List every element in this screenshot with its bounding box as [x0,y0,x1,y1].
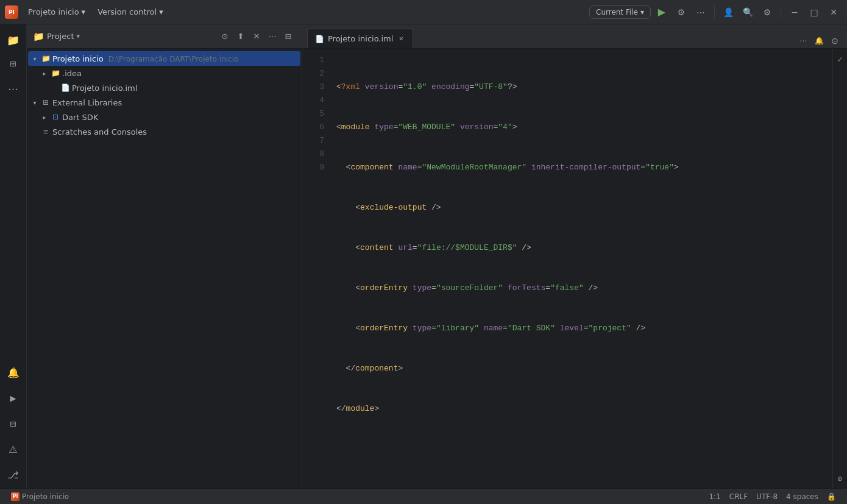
code-line-1: <?xml version="1.0" encoding="UTF-8"?> [336,80,832,94]
tab-close-button[interactable]: ✕ [397,35,405,43]
external-libraries-icon: ⊞ [41,98,51,107]
sidebar-title: 📁 Project ▾ [33,31,214,42]
chevron-external [30,98,39,107]
sidebar-close-button[interactable]: ✕ [249,29,264,44]
code-editor: 1 2 3 4 5 6 7 8 9 <?xml version="1.0" en… [302,49,847,488]
right-gutter: ✓ ⊙ [832,49,847,488]
rail-run-console-button[interactable]: ▶ [2,387,24,409]
chevron-dart-sdk [40,113,49,121]
sidebar-settings-button[interactable]: ⋯ [265,29,280,44]
code-line-9: </module> [336,402,832,416]
editor-settings-button[interactable]: ⋯ [796,34,810,48]
search-button[interactable]: 🔍 [739,4,756,21]
status-bar: PI Projeto inicio 1:1 CRLF UTF-8 4 space… [0,488,847,504]
toolbar-logo: PI [5,5,18,19]
maximize-button[interactable]: □ [806,4,823,21]
close-button[interactable]: ✕ [825,4,842,21]
left-rail: 📁 ⊞ … 🔔 ▶ ⊟ ⚠ ⎇ [0,24,27,488]
line-numbers: 1 2 3 4 5 6 7 8 9 [302,49,331,488]
tab-file-icon: 📄 [315,35,324,43]
rail-structure-button[interactable]: ⊞ [2,52,24,74]
rail-git-button[interactable]: ⎇ [2,464,24,486]
version-control-selector[interactable]: Version control ▾ [93,5,168,18]
gutter-checkmark-icon: ✓ [834,54,846,66]
add-user-button[interactable]: 👤 [720,4,737,21]
project-selector[interactable]: Projeto inicio ▾ [23,5,90,18]
current-file-selector[interactable]: Current File ▾ [589,5,651,19]
tree-item-iml[interactable]: 📄 Projeto inicio.iml [28,80,300,95]
rail-project-button[interactable]: 📁 [2,29,24,51]
code-line-4: <exclude-output /> [336,201,832,215]
chevron-idea [40,69,49,77]
top-toolbar: PI Projeto inicio ▾ Version control ▾ Cu… [0,0,847,24]
rail-notifications-button[interactable]: 🔔 [2,361,24,383]
status-position[interactable]: 1:1 [705,491,724,502]
tree-item-external-libraries[interactable]: ⊞ External Libraries [28,95,300,110]
status-encoding[interactable]: UTF-8 [753,491,781,502]
editor-notifications-button[interactable]: 🔔 [812,34,826,48]
rail-problems-button[interactable]: ⚠ [2,438,24,460]
settings-button[interactable]: ⚙ [759,4,776,21]
editor-area: 📄 Projeto inicio.iml ✕ ⋯ 🔔 ⊙ 1 2 3 4 5 6… [302,24,847,488]
sdk-icon: ⊡ [51,112,60,122]
run-button[interactable]: ▶ [653,4,670,21]
sidebar-header: 📁 Project ▾ ⊙ ⬆ ✕ ⋯ ⊟ [27,24,302,49]
editor-tab-iml[interactable]: 📄 Projeto inicio.iml ✕ [307,29,413,48]
tree-item-projeto-inicio[interactable]: 📁 Projeto inicio D:\Programação DART\Pro… [28,51,300,66]
code-line-5: <content url="file://$MODULE_DIR$" /> [336,241,832,255]
scratch-icon: ≡ [41,127,51,137]
minimize-button[interactable]: − [786,4,803,21]
sidebar-collapse-button[interactable]: ⬆ [233,29,248,44]
file-tree: 📁 Projeto inicio D:\Programação DART\Pro… [27,49,302,488]
sidebar: 📁 Project ▾ ⊙ ⬆ ✕ ⋯ ⊟ 📁 Projeto inicio D… [27,24,302,488]
rail-more-button[interactable]: … [2,76,24,98]
editor-tabs: 📄 Projeto inicio.iml ✕ ⋯ 🔔 ⊙ [302,24,847,49]
debug-button[interactable]: ⚙ [673,4,690,21]
tree-item-scratches[interactable]: ≡ Scratches and Consoles [28,124,300,139]
code-line-3: <component name="NewModuleRootManager" i… [336,161,832,174]
rail-terminal-button[interactable]: ⊟ [2,413,24,435]
code-line-8: </component> [336,362,832,375]
status-indent[interactable]: 4 spaces [782,491,822,502]
iml-file-icon: 📄 [60,83,70,93]
toolbar-more-button[interactable]: ⋯ [692,4,709,21]
code-line-6: <orderEntry type="sourceFolder" forTests… [336,282,832,295]
code-line-2: <module type="WEB_MODULE" version="4"> [336,121,832,134]
tree-item-idea[interactable]: 📁 .idea [28,66,300,80]
gutter-ai-icon[interactable]: ⊙ [834,474,846,486]
status-project-item[interactable]: PI Projeto inicio [7,491,73,502]
folder-icon-idea: 📁 [51,68,60,78]
status-line-ending[interactable]: CRLF [726,491,751,502]
editor-ai-button[interactable]: ⊙ [828,34,842,48]
main-area: 📁 ⊞ … 🔔 ▶ ⊟ ⚠ ⎇ 📁 Project ▾ [0,24,847,488]
chevron-projeto-inicio [30,54,39,63]
code-line-7: <orderEntry type="library" name="Dart SD… [336,322,832,335]
status-lock-icon[interactable]: 🔒 [823,491,840,502]
code-content[interactable]: <?xml version="1.0" encoding="UTF-8"?> <… [331,49,832,488]
sidebar-hide-button[interactable]: ⊟ [281,29,296,44]
folder-icon-projeto-inicio: 📁 [41,54,51,63]
status-project-icon: PI [11,492,19,501]
tree-item-dart-sdk[interactable]: ⊡ Dart SDK [28,110,300,124]
sidebar-locate-button[interactable]: ⊙ [218,29,232,44]
